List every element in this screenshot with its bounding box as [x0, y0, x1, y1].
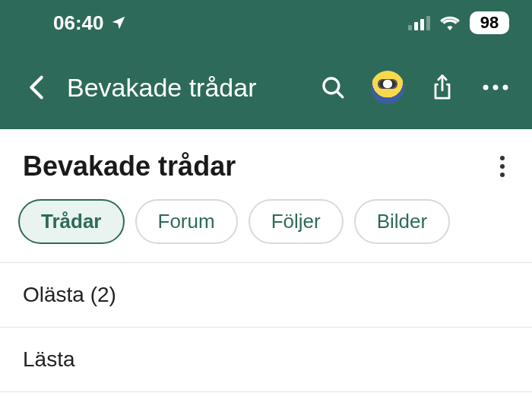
svg-point-5: [503, 85, 508, 90]
search-button[interactable]: [318, 72, 348, 103]
status-bar: 06:40 98: [0, 0, 532, 46]
chevron-left-icon: [29, 74, 44, 100]
more-horizontal-icon: [482, 84, 509, 91]
status-time-group: 06:40: [53, 11, 127, 35]
nav-actions: [318, 71, 511, 104]
clock-time: 06:40: [53, 11, 104, 35]
kebab-dot-icon: [500, 164, 505, 169]
back-button[interactable]: [21, 72, 52, 103]
filter-tabs: Trådar Forum Följer Bilder: [0, 193, 532, 263]
page-menu-button[interactable]: [496, 151, 509, 182]
page-content: Bevakade trådar Trådar Forum Följer Bild…: [0, 129, 532, 392]
svg-point-3: [483, 85, 489, 90]
tab-tradar[interactable]: Trådar: [18, 199, 125, 244]
battery-indicator: 98: [470, 11, 509, 34]
search-icon: [320, 74, 346, 100]
kebab-dot-icon: [500, 173, 505, 177]
tab-bilder[interactable]: Bilder: [354, 199, 450, 244]
svg-line-1: [337, 91, 343, 97]
status-right: 98: [408, 11, 509, 34]
share-button[interactable]: [427, 72, 458, 103]
page-head: Bevakade trådar: [0, 129, 532, 193]
location-icon: [110, 14, 127, 31]
cellular-signal-icon: [408, 15, 430, 30]
app-header: 06:40 98 Bevakade trådar: [0, 0, 532, 129]
nav-title: Bevakade trådar: [67, 73, 302, 103]
section-unread[interactable]: Olästa (2): [0, 263, 532, 328]
nav-bar: Bevakade trådar: [0, 46, 532, 129]
tab-forum[interactable]: Forum: [135, 199, 238, 244]
avatar[interactable]: [371, 71, 404, 104]
share-icon: [430, 74, 454, 101]
svg-point-4: [493, 85, 499, 90]
page-title: Bevakade trådar: [23, 150, 236, 182]
more-button[interactable]: [480, 72, 511, 103]
kebab-dot-icon: [500, 156, 505, 160]
section-read[interactable]: Lästa: [0, 328, 532, 392]
wifi-icon: [439, 14, 461, 31]
tab-foljer[interactable]: Följer: [249, 199, 344, 244]
